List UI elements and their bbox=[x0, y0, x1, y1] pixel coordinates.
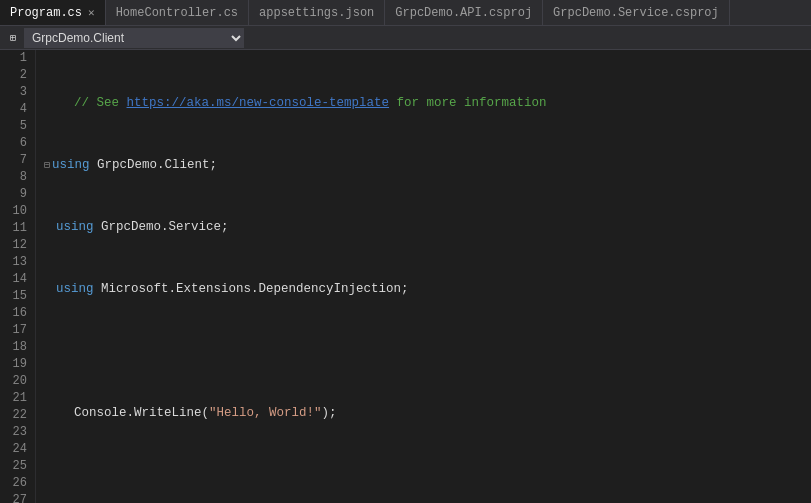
ln-10: 10 bbox=[0, 203, 27, 220]
ln-15: 15 bbox=[0, 288, 27, 305]
ln-24: 24 bbox=[0, 441, 27, 458]
project-dropdown[interactable]: GrpcDemo.Client bbox=[24, 28, 244, 48]
tab-label: GrpcDemo.API.csproj bbox=[395, 6, 532, 20]
ln-21: 21 bbox=[0, 390, 27, 407]
ln-17: 17 bbox=[0, 322, 27, 339]
code-line-2: ⊟using GrpcDemo.Client; bbox=[44, 157, 811, 174]
tab-grpcdemo-service-csproj[interactable]: GrpcDemo.Service.csproj bbox=[543, 0, 730, 25]
ln-26: 26 bbox=[0, 475, 27, 492]
tab-label: GrpcDemo.Service.csproj bbox=[553, 6, 719, 20]
ln-23: 23 bbox=[0, 424, 27, 441]
ln-4: 4 bbox=[0, 101, 27, 118]
code-line-6: Console.WriteLine("Hello, World!"); bbox=[44, 405, 811, 422]
ln-16: 16 bbox=[0, 305, 27, 322]
ln-12: 12 bbox=[0, 237, 27, 254]
tab-close-icon[interactable]: ✕ bbox=[88, 6, 95, 19]
ln-25: 25 bbox=[0, 458, 27, 475]
ln-3: 3 bbox=[0, 84, 27, 101]
ln-27: 27 bbox=[0, 492, 27, 503]
ln-22: 22 bbox=[0, 407, 27, 424]
code-line-3: using GrpcDemo.Service; bbox=[44, 219, 811, 236]
ln-20: 20 bbox=[0, 373, 27, 390]
code-line-4: using Microsoft.Extensions.DependencyInj… bbox=[44, 281, 811, 298]
tab-program-cs[interactable]: Program.cs ✕ bbox=[0, 0, 106, 25]
ln-9: 9 bbox=[0, 186, 27, 203]
ln-2: 2 bbox=[0, 67, 27, 84]
tab-label: appsettings.json bbox=[259, 6, 374, 20]
tab-label: Program.cs bbox=[10, 6, 82, 20]
dropdown-bar: ⊞ GrpcDemo.Client bbox=[0, 26, 811, 50]
ln-18: 18 bbox=[0, 339, 27, 356]
tab-bar: Program.cs ✕ HomeController.cs appsettin… bbox=[0, 0, 811, 26]
collapse-icon-2[interactable]: ⊟ bbox=[44, 157, 50, 174]
ln-6: 6 bbox=[0, 135, 27, 152]
tab-grpcdemo-api-csproj[interactable]: GrpcDemo.API.csproj bbox=[385, 0, 543, 25]
code-area: 1 2 3 4 5 6 7 8 9 10 11 12 13 14 15 16 1… bbox=[0, 50, 811, 503]
tab-homecontroller-cs[interactable]: HomeController.cs bbox=[106, 0, 249, 25]
code-line-7 bbox=[44, 467, 811, 484]
code-content: // See https://aka.ms/new-console-templa… bbox=[36, 50, 811, 503]
code-line-5 bbox=[44, 343, 811, 360]
ln-5: 5 bbox=[0, 118, 27, 135]
code-line-1: // See https://aka.ms/new-console-templa… bbox=[44, 95, 811, 112]
tab-label: HomeController.cs bbox=[116, 6, 238, 20]
project-icon: ⊞ bbox=[4, 29, 22, 47]
ln-14: 14 bbox=[0, 271, 27, 288]
ln-11: 11 bbox=[0, 220, 27, 237]
ln-19: 19 bbox=[0, 356, 27, 373]
ln-7: 7 bbox=[0, 152, 27, 169]
ln-1: 1 bbox=[0, 50, 27, 67]
line-numbers: 1 2 3 4 5 6 7 8 9 10 11 12 13 14 15 16 1… bbox=[0, 50, 36, 503]
ln-13: 13 bbox=[0, 254, 27, 271]
tab-appsettings-json[interactable]: appsettings.json bbox=[249, 0, 385, 25]
ln-8: 8 bbox=[0, 169, 27, 186]
